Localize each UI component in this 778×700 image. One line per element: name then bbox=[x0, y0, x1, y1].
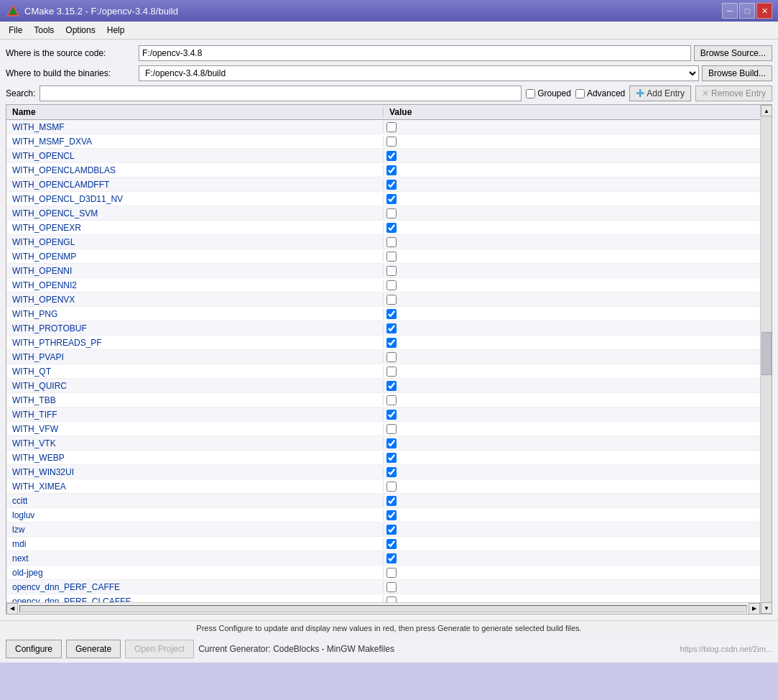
row-checkbox[interactable] bbox=[386, 309, 397, 319]
row-checkbox[interactable] bbox=[386, 180, 397, 190]
row-value bbox=[384, 222, 760, 234]
row-checkbox[interactable] bbox=[386, 122, 397, 132]
row-checkbox[interactable] bbox=[386, 208, 397, 218]
table-row: WITH_PVAPI bbox=[6, 350, 760, 364]
status-bar: Press Configure to update and display ne… bbox=[0, 620, 778, 635]
row-checkbox[interactable] bbox=[386, 525, 397, 535]
row-checkbox[interactable] bbox=[386, 395, 397, 405]
source-path-input[interactable] bbox=[139, 45, 691, 61]
build-row: Where to build the binaries: F:/opencv-3… bbox=[6, 65, 772, 81]
generator-label: Current Generator: CodeBlocks - MinGW Ma… bbox=[198, 644, 394, 654]
name-column-header: Name bbox=[6, 107, 384, 117]
table-row: WITH_OPENCL_D3D11_NV bbox=[6, 192, 760, 206]
row-checkbox[interactable] bbox=[386, 323, 397, 333]
table-row: WITH_OPENGL bbox=[6, 235, 760, 249]
row-checkbox[interactable] bbox=[386, 453, 397, 463]
row-checkbox[interactable] bbox=[386, 223, 397, 233]
row-value bbox=[384, 567, 760, 579]
row-value bbox=[384, 481, 760, 492]
row-checkbox[interactable] bbox=[386, 280, 397, 290]
add-entry-button[interactable]: ✛ Add Entry bbox=[629, 86, 691, 101]
scroll-left-arrow[interactable]: ◀ bbox=[6, 603, 18, 614]
remove-entry-button[interactable]: ✕ Remove Entry bbox=[695, 86, 772, 101]
row-checkbox[interactable] bbox=[386, 510, 397, 520]
row-name: WITH_OPENNI2 bbox=[6, 280, 384, 291]
row-checkbox[interactable] bbox=[386, 237, 397, 247]
horizontal-scrollbar[interactable]: ◀ ▶ bbox=[6, 602, 760, 614]
menu-options[interactable]: Options bbox=[60, 23, 101, 37]
maximize-button[interactable]: □ bbox=[739, 3, 755, 19]
row-checkbox[interactable] bbox=[386, 553, 397, 563]
open-project-button: Open Project bbox=[125, 640, 194, 658]
row-checkbox[interactable] bbox=[386, 597, 397, 603]
cmake-logo bbox=[6, 4, 20, 18]
grouped-checkbox-label[interactable]: Grouped bbox=[526, 88, 571, 98]
scroll-up-arrow[interactable]: ▲ bbox=[761, 105, 772, 116]
scroll-down-arrow[interactable]: ▼ bbox=[761, 602, 772, 614]
row-name: lzw bbox=[6, 524, 384, 535]
advanced-label: Advanced bbox=[587, 88, 625, 98]
row-name: WITH_PTHREADS_PF bbox=[6, 337, 384, 349]
table-row: WITH_OPENCLAMDFFT bbox=[6, 178, 760, 192]
row-checkbox[interactable] bbox=[386, 338, 397, 348]
v-scroll-track bbox=[761, 116, 772, 602]
row-checkbox[interactable] bbox=[386, 539, 397, 549]
row-value bbox=[384, 208, 760, 219]
row-checkbox[interactable] bbox=[386, 151, 397, 161]
menu-tools[interactable]: Tools bbox=[28, 23, 60, 37]
row-checkbox[interactable] bbox=[386, 367, 397, 377]
table-row: WITH_OPENNI2 bbox=[6, 278, 760, 293]
h-scroll-track[interactable] bbox=[19, 605, 747, 612]
row-checkbox[interactable] bbox=[386, 295, 397, 305]
search-input[interactable] bbox=[40, 86, 522, 101]
table-row: WITH_OPENCL bbox=[6, 149, 760, 163]
row-checkbox[interactable] bbox=[386, 381, 397, 391]
row-checkbox[interactable] bbox=[386, 266, 397, 276]
row-checkbox[interactable] bbox=[386, 252, 397, 262]
advanced-checkbox[interactable] bbox=[575, 89, 585, 98]
close-button[interactable]: ✕ bbox=[756, 3, 772, 19]
vertical-scrollbar[interactable]: ▲ ▼ bbox=[760, 105, 772, 614]
table-row: WITH_MSMF_DXVA bbox=[6, 134, 760, 149]
menu-help[interactable]: Help bbox=[101, 23, 131, 37]
row-name: WITH_OPENGL bbox=[6, 236, 384, 248]
row-checkbox[interactable] bbox=[386, 352, 397, 362]
row-checkbox[interactable] bbox=[386, 568, 397, 578]
row-name: WITH_OPENNI bbox=[6, 265, 384, 277]
row-checkbox[interactable] bbox=[386, 582, 397, 592]
row-name: opencv_dnn_PERF_CLCAFFE bbox=[6, 596, 384, 603]
row-name: WITH_OPENEXR bbox=[6, 222, 384, 234]
row-checkbox[interactable] bbox=[386, 438, 397, 448]
row-name: mdi bbox=[6, 538, 384, 550]
build-path-select[interactable]: F:/opencv-3.4.8/build bbox=[139, 65, 699, 81]
browse-source-button[interactable]: Browse Source... bbox=[694, 45, 772, 61]
table-row: opencv_dnn_PERF_CLCAFFE bbox=[6, 594, 760, 602]
minimize-button[interactable]: ─ bbox=[722, 3, 738, 19]
advanced-checkbox-label[interactable]: Advanced bbox=[575, 88, 625, 98]
row-checkbox[interactable] bbox=[386, 410, 397, 420]
generate-button[interactable]: Generate bbox=[66, 640, 121, 658]
table-row: WITH_PROTOBUF bbox=[6, 321, 760, 336]
row-value bbox=[384, 136, 760, 147]
row-checkbox[interactable] bbox=[386, 194, 397, 204]
row-checkbox[interactable] bbox=[386, 482, 397, 492]
table-row: WITH_OPENNI bbox=[6, 264, 760, 278]
row-value bbox=[384, 351, 760, 363]
row-checkbox[interactable] bbox=[386, 137, 397, 147]
configure-button[interactable]: Configure bbox=[6, 640, 62, 658]
grouped-checkbox[interactable] bbox=[526, 89, 535, 98]
row-value bbox=[384, 236, 760, 248]
row-value bbox=[384, 265, 760, 277]
browse-build-button[interactable]: Browse Build... bbox=[702, 65, 772, 81]
row-checkbox[interactable] bbox=[386, 496, 397, 506]
status-message: Press Configure to update and display ne… bbox=[196, 624, 581, 632]
grouped-label: Grouped bbox=[537, 88, 571, 98]
menu-file[interactable]: File bbox=[3, 23, 28, 37]
table-row: WITH_OPENCLAMDBLAS bbox=[6, 163, 760, 178]
v-scroll-thumb[interactable] bbox=[761, 332, 772, 375]
row-checkbox[interactable] bbox=[386, 467, 397, 477]
value-column-header: Value bbox=[384, 107, 760, 117]
scroll-right-arrow[interactable]: ▶ bbox=[749, 603, 760, 614]
row-checkbox[interactable] bbox=[386, 424, 397, 434]
row-checkbox[interactable] bbox=[386, 165, 397, 175]
